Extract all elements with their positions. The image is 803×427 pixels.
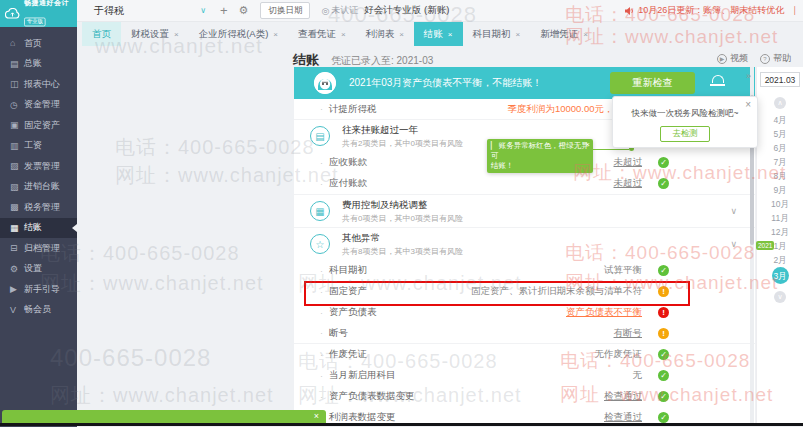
month-item[interactable]: 11月 [757, 211, 803, 225]
month-item[interactable]: 9月 [757, 183, 803, 197]
checklist-row[interactable]: ·利润表数据变更检查通过✓ [294, 407, 755, 424]
app-logo: 畅捷通好会计 专业版 [0, 0, 77, 27]
tab-close-icon[interactable]: × [399, 30, 404, 39]
toast-close-icon[interactable]: × [314, 411, 319, 421]
month-item[interactable]: 12月 [757, 225, 803, 239]
checklist-row[interactable]: ·资产负债表资产负债表不平衡! [294, 302, 755, 323]
tab-close-icon[interactable]: × [583, 30, 588, 39]
row-status[interactable]: 未超过 [614, 177, 643, 190]
tax-icon: ▩ [10, 202, 24, 212]
doc-circle-icon: ▤ [310, 126, 330, 146]
sidebar-item-fixed-assets[interactable]: ▣固定资产 [0, 115, 77, 136]
tab[interactable]: 结账× [414, 22, 463, 46]
row-label: 应付账款 [329, 177, 367, 190]
switch-date-button[interactable]: 切换日期 [260, 2, 310, 19]
month-item[interactable]: 20211月 [757, 239, 803, 253]
popup-message: 快来做一次税务风险检测吧~ [613, 108, 757, 120]
month-item[interactable]: 4月 [757, 113, 803, 127]
row-bullet: · [320, 350, 323, 360]
section-title: 往来挂账超过一年 [342, 124, 463, 137]
sidebar-item-invoice[interactable]: ▨发票管理 [0, 156, 77, 177]
scroll-up-icon[interactable]: ∧ [774, 97, 786, 109]
month-label: 3月 [772, 267, 789, 284]
row-status[interactable]: 未超过 [614, 156, 643, 169]
add-account-set-button[interactable]: + [220, 4, 228, 17]
row-bullet: · [320, 266, 323, 276]
chevron-down-icon[interactable]: ∨ [730, 239, 737, 249]
row-status[interactable]: 检查通过 [604, 390, 642, 403]
sidebar-item-archive[interactable]: ⊟归档管理 [0, 238, 77, 259]
row-label: 计提所得税 [329, 103, 377, 116]
tab-close-icon[interactable]: × [174, 30, 179, 39]
sidebar-item-home[interactable]: ⌂首页 [0, 33, 77, 54]
current-period-box[interactable]: 2021.03 [760, 72, 800, 87]
fixed-assets-icon: ▣ [10, 120, 24, 130]
account-set-select[interactable]: 于得税 ∨ [94, 4, 206, 18]
help-link[interactable]: ?帮助 [760, 52, 791, 65]
sidebar-item-tax[interactable]: ▩税务管理 [0, 197, 77, 218]
row-status: 试算平衡 [604, 264, 642, 277]
checklist-row[interactable]: ·应付账款未超过✓ [294, 173, 755, 194]
sidebar-item-funds[interactable]: ◷资金管理 [0, 95, 77, 116]
tab-label: 科目期初 [473, 28, 511, 41]
popup-close-icon[interactable]: × [745, 99, 751, 110]
month-item[interactable]: 8月 [757, 169, 803, 183]
tab[interactable]: 查看凭证× [288, 22, 356, 46]
checklist-row[interactable]: ·科目期初试算平衡✓ [294, 260, 755, 281]
scroll-down-icon[interactable]: ∨ [774, 291, 786, 303]
sidebar-item-closing[interactable]: ▦结账 [0, 218, 77, 239]
tooltip-line2: 结账！ [491, 161, 589, 171]
month-item[interactable]: 3月 [757, 267, 803, 287]
checklist-row[interactable]: ·断号有断号! [294, 323, 755, 344]
checklist-row[interactable]: ·当月新启用科目无✓ [294, 365, 755, 386]
row-status[interactable]: 资产负债表不平衡 [566, 306, 642, 319]
tab[interactable]: 企业所得税(A类)× [189, 22, 288, 46]
section-header[interactable]: ▦费用控制及纳税调整共有0项类目，其中0项类目有风险∨ [294, 195, 755, 227]
section-title: 其他异常 [342, 232, 463, 245]
sidebar-menu: ⌂首页▤总账◫报表中心◷资金管理▣固定资产▥工资▨发票管理▧进销台账▩税务管理▦… [0, 27, 77, 320]
collapse-panel-icon[interactable]: » [746, 71, 751, 81]
closing-icon: ▦ [10, 223, 24, 233]
month-item[interactable]: 7月 [757, 155, 803, 169]
archive-icon: ⊟ [10, 243, 24, 253]
month-item[interactable]: 2月 [757, 253, 803, 267]
chevron-down-icon[interactable]: ∨ [730, 206, 737, 216]
checklist-row[interactable]: ·固定资产固定资产、累计折旧期末余额与清单不符! [294, 281, 755, 302]
tab[interactable]: 科目期初× [463, 22, 531, 46]
tab[interactable]: 利润表× [356, 22, 414, 46]
sidebar-item-settings[interactable]: ⚙设置 [0, 259, 77, 280]
recheck-button[interactable]: 重新检查 [610, 72, 695, 94]
checklist-row[interactable]: ·资产负债表数据变更检查通过✓ [294, 386, 755, 407]
adjust-circle-icon: ▦ [310, 201, 330, 221]
checklist-row[interactable]: ·作废凭证无作废凭证✓ [294, 344, 755, 365]
tab-label: 新增凭证 [540, 28, 578, 41]
sidebar-item-report-center[interactable]: ◫报表中心 [0, 74, 77, 95]
month-item[interactable]: 10月 [757, 197, 803, 211]
tab-close-icon[interactable]: × [273, 30, 278, 39]
sidebar-item-salary[interactable]: ▥工资 [0, 136, 77, 157]
tab[interactable]: 新增凭证× [530, 22, 598, 46]
month-item[interactable]: 6月 [757, 141, 803, 155]
row-bullet: · [320, 104, 323, 114]
announcement[interactable]: 10月26日更新：账簿、期末结转优化 ｜ [624, 4, 799, 17]
video-link[interactable]: ▶视频 [717, 52, 748, 65]
go-check-button[interactable]: 去检测 [660, 126, 710, 142]
tab[interactable]: 首页 [82, 22, 121, 46]
sidebar-item-ledger[interactable]: ▤总账 [0, 54, 77, 75]
tooltip-close-icon[interactable]: × [585, 140, 590, 150]
section-header[interactable]: ☆其他异常共有8项类目，其中3项类目有风险∨ [294, 228, 755, 260]
row-status: 无 [633, 369, 643, 382]
month-list: 4月5月6月7月8月9月10月11月12月20211月2月3月 [757, 113, 803, 287]
tab-close-icon[interactable]: × [516, 30, 521, 39]
gear-icon[interactable]: ⚙ [239, 4, 249, 17]
tab[interactable]: 财税设置× [121, 22, 189, 46]
alarm-lamp-icon[interactable] [712, 75, 724, 83]
sidebar-item-inventory[interactable]: ▧进销台账 [0, 177, 77, 198]
sidebar-item-member[interactable]: V畅会员 [0, 300, 77, 321]
sidebar-item-guide[interactable]: ▶新手引导 [0, 279, 77, 300]
tab-close-icon[interactable]: × [341, 30, 346, 39]
row-status[interactable]: 有断号 [614, 327, 643, 340]
row-bullet: · [320, 392, 323, 402]
tab-close-icon[interactable]: × [448, 30, 453, 39]
month-item[interactable]: 5月 [757, 127, 803, 141]
